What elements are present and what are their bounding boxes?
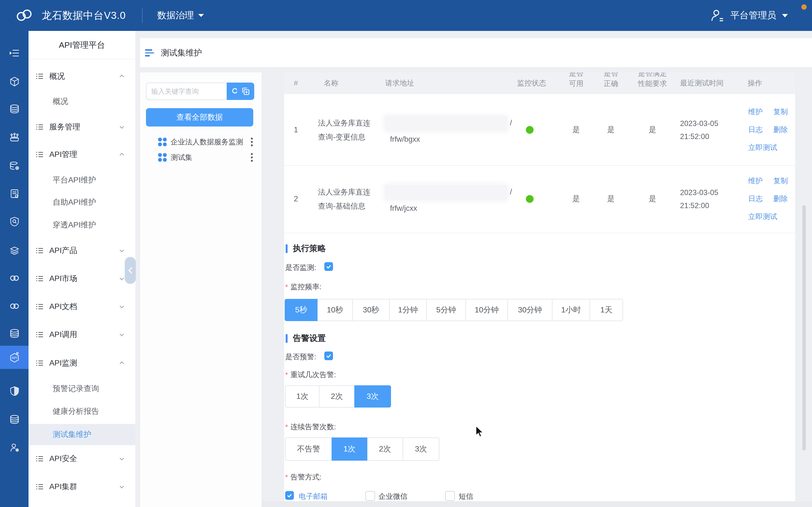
sidebar-item-selfhelp-api[interactable]: 自助API维护: [29, 193, 135, 212]
rail-item-database-gear[interactable]: [0, 156, 29, 177]
sidebar-item-api-call[interactable]: API调用: [29, 325, 135, 344]
maintain-link[interactable]: 维护: [748, 107, 763, 116]
chain-icon: [8, 273, 20, 283]
frequency-option-30m[interactable]: 30分钟: [507, 299, 552, 321]
rail-item-database-2[interactable]: [0, 323, 29, 344]
row-index: 2: [294, 194, 298, 203]
chevron-left-icon: [128, 266, 133, 275]
rail-item-cube[interactable]: [0, 71, 29, 92]
chevron-down-icon: [119, 304, 125, 309]
frequency-button-group: 5秒 10秒 30秒 1分钟 5分钟 10分钟 30分钟 1小时 1天: [285, 299, 623, 321]
method-wechat-checkbox-unchecked[interactable]: [365, 491, 375, 501]
rail-item-chain-2[interactable]: [0, 295, 29, 317]
sidebar-item-api-docs[interactable]: API文档: [29, 297, 135, 316]
maintain-link[interactable]: 维护: [748, 176, 763, 186]
sidebar-item-api-mgmt-group[interactable]: API管理: [29, 145, 135, 164]
consecutive-option-1[interactable]: 1次: [332, 438, 367, 461]
sidebar-collapse-handle[interactable]: [125, 257, 136, 284]
sidebar-item-health-report[interactable]: 健康分析报告: [29, 402, 135, 421]
frequency-option-5m[interactable]: 5分钟: [426, 299, 466, 321]
rail-item-database[interactable]: [0, 99, 29, 120]
chevron-down-icon: [119, 124, 125, 130]
log-link[interactable]: 日志: [748, 125, 763, 134]
consecutive-option-none[interactable]: 不告警: [285, 438, 332, 461]
sidebar: API管理平台 概况 概况 服务管理 API管理 平台API维护 自助API维护…: [29, 31, 135, 507]
row-name: 法人业务库直连 查询-基础信息: [318, 185, 370, 213]
copy-link[interactable]: 复制: [773, 107, 788, 116]
main-content-card: # 名称 请求地址 监控状态 是否 可用 是否 正确 是否满足 性能要求 最近测…: [284, 72, 795, 501]
rail-item-database-3[interactable]: [0, 409, 29, 430]
frequency-option-1m[interactable]: 1分钟: [389, 299, 427, 321]
monitor-toggle-label: 是否监测:: [285, 263, 316, 272]
frequency-option-5s[interactable]: 5秒: [285, 299, 317, 321]
sidebar-item-api-monitor-group[interactable]: API监测: [29, 353, 135, 373]
tree-item-testset[interactable]: 测试集: [140, 150, 261, 165]
copy-link[interactable]: 复制: [773, 176, 788, 186]
sidebar-item-platform-api[interactable]: 平台API维护: [29, 170, 135, 190]
chevron-up-icon: [119, 73, 125, 79]
tree-item-enterprise-monitor[interactable]: 企业法人数据服务监测: [140, 135, 261, 149]
retry-option-1[interactable]: 1次: [285, 385, 319, 407]
kebab-menu-icon[interactable]: [251, 153, 253, 162]
method-email-checkbox-checked[interactable]: [285, 491, 294, 500]
redacted-url-segment: [385, 185, 507, 200]
consecutive-option-2[interactable]: 2次: [367, 438, 403, 461]
required-mark: *: [285, 370, 288, 379]
log-link[interactable]: 日志: [748, 194, 763, 204]
retry-option-3[interactable]: 3次: [354, 385, 391, 407]
sidebar-item-api-cluster[interactable]: API集群: [29, 477, 135, 496]
view-all-data-button[interactable]: 查看全部数据: [146, 108, 253, 126]
user-menu[interactable]: 平台管理员: [710, 0, 788, 31]
rail-item-api-active[interactable]: API: [0, 346, 29, 369]
delete-link[interactable]: 删除: [773, 194, 788, 204]
method-sms-checkbox-unchecked[interactable]: [445, 491, 455, 501]
rail-item-layers[interactable]: [0, 240, 29, 261]
rail-item-menu-toggle[interactable]: [0, 43, 29, 64]
prewarn-checkbox-checked[interactable]: [324, 351, 333, 360]
sidebar-item-api-product[interactable]: API产品: [29, 241, 135, 260]
rail-item-certificate[interactable]: [0, 183, 29, 204]
method-sms-label[interactable]: 短信: [459, 492, 473, 501]
retry-option-2[interactable]: 2次: [319, 385, 355, 407]
nav-menu-data-governance[interactable]: 数据治理: [157, 9, 204, 22]
sidebar-item-overview-group[interactable]: 概况: [29, 67, 135, 86]
tree-panel: 查看全部数据 企业法人数据服务监测 测试集: [140, 72, 261, 507]
monitor-checkbox-checked[interactable]: [324, 262, 333, 271]
user-settings-icon: [9, 442, 19, 453]
rail-item-shield-search[interactable]: [0, 211, 29, 232]
method-email-label[interactable]: 电子邮箱: [299, 492, 328, 501]
rail-item-data-share[interactable]: [0, 126, 29, 148]
copy-add-button[interactable]: [237, 82, 254, 100]
search-input[interactable]: [146, 82, 227, 100]
row-performance: 是: [631, 125, 674, 135]
sidebar-item-api-security[interactable]: API安全: [29, 449, 135, 468]
sidebar-item-testset-maintenance[interactable]: 测试集维护: [29, 424, 135, 445]
frequency-option-1h[interactable]: 1小时: [552, 299, 590, 321]
sidebar-item-passthrough-api[interactable]: 穿透API维护: [29, 215, 135, 235]
sidebar-item-api-market[interactable]: API市场: [29, 269, 135, 288]
sidebar-item-overview[interactable]: 概况: [29, 92, 135, 111]
test-now-link[interactable]: 立即测试: [748, 143, 788, 152]
method-wechat-label[interactable]: 企业微信: [378, 492, 407, 501]
frequency-option-10m[interactable]: 10分钟: [465, 299, 508, 321]
col-header-index: #: [294, 72, 298, 87]
app-title: 龙石数据中台V3.0: [42, 9, 126, 22]
frequency-option-30s[interactable]: 30秒: [352, 299, 390, 321]
kebab-menu-icon[interactable]: [251, 137, 253, 146]
row-name: 法人业务库直连 查询-变更信息: [318, 116, 370, 144]
delete-link[interactable]: 删除: [773, 125, 788, 134]
rail-item-user-settings[interactable]: [0, 437, 29, 458]
test-now-link[interactable]: 立即测试: [748, 212, 788, 221]
frequency-option-1d[interactable]: 1天: [590, 299, 623, 321]
required-mark: *: [285, 282, 288, 291]
sidebar-item-alert-records[interactable]: 预警记录查询: [29, 379, 135, 398]
rail-item-chain[interactable]: [0, 268, 29, 289]
rail-item-shield[interactable]: [0, 381, 29, 402]
vertical-scrollbar-thumb[interactable]: [802, 205, 806, 451]
sidebar-item-service-mgmt[interactable]: 服务管理: [29, 117, 135, 137]
page-title: 测试集维护: [161, 47, 202, 58]
clover-icon: [158, 153, 167, 162]
consecutive-option-3[interactable]: 3次: [403, 438, 439, 461]
consecutive-label: *连续告警次数:: [285, 422, 336, 432]
frequency-option-10s[interactable]: 10秒: [317, 299, 353, 321]
